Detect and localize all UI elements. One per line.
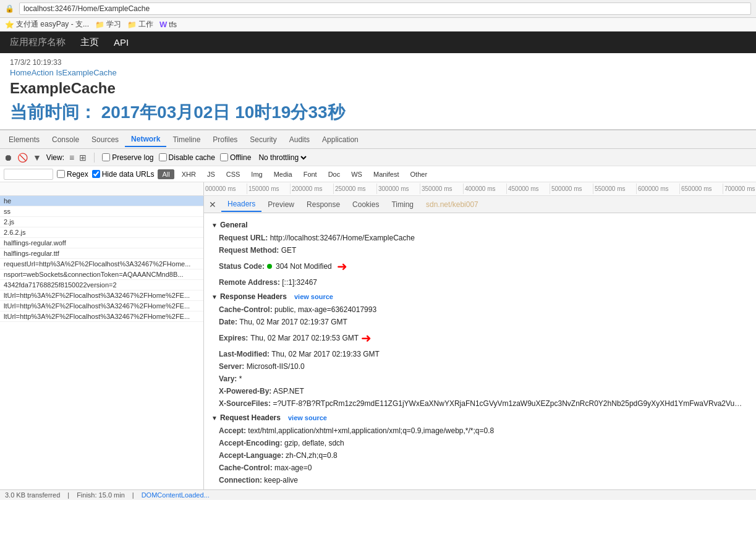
tab-security[interactable]: Security <box>244 133 282 146</box>
media-filter-btn[interactable]: Media <box>270 169 296 179</box>
request-item-ss[interactable]: ss <box>0 206 203 217</box>
page-heading: ExampleCache <box>10 80 746 97</box>
tab-timeline[interactable]: Timeline <box>166 133 206 146</box>
tab-console[interactable]: Console <box>46 133 85 146</box>
rh-x-sourcefiles: X-SourceFiles: =?UTF-8?B?RTpcRm1zc29mdE1… <box>211 397 743 410</box>
bookmark-easypay[interactable]: ⭐ 支付通 easyPay - 支... <box>5 19 89 30</box>
font-filter-btn[interactable]: Font <box>300 169 321 179</box>
tree-view-icon[interactable]: ⊞ <box>79 153 87 163</box>
nav-api[interactable]: API <box>114 37 129 48</box>
bookmark-tfs[interactable]: W tfs <box>159 20 177 29</box>
request-item-req2[interactable]: nsport=webSockets&connectionToken=AQAAAN… <box>0 269 203 280</box>
ruler-mark-0: 000000 ms <box>204 184 247 194</box>
regex-input[interactable] <box>57 170 65 178</box>
browser-bar: 🔒 localhost:32467/Home/ExampleCache <box>0 0 756 18</box>
rh-date: Date: Thu, 02 Mar 2017 02:19:37 GMT <box>211 316 749 328</box>
bookmark-folder-icon2: 📁 <box>127 20 137 29</box>
request-method-row: Request Method: GET <box>211 244 749 256</box>
manifest-filter-btn[interactable]: Manifest <box>370 169 403 179</box>
filter-icon[interactable]: ▼ <box>33 153 41 163</box>
request-item-req3[interactable]: 4342fda71768825f8150022version=2 <box>0 280 203 290</box>
detail-tab-preview[interactable]: Preview <box>261 198 300 211</box>
remote-address-val: [::1]:32467 <box>282 278 317 287</box>
network-filter: Regex Hide data URLs All XHR JS CSS Img … <box>0 166 756 182</box>
request-item-req6[interactable]: ltUrl=http%3A%2F%2Flocalhost%3A32467%2FH… <box>0 311 203 322</box>
status-code-val: 304 Not Modified <box>276 261 332 272</box>
request-item-2js[interactable]: 2.js <box>0 217 203 227</box>
page-date: 17/3/2 10:19:33 <box>10 58 746 67</box>
tab-application[interactable]: Application <box>316 133 365 146</box>
request-item-req4[interactable]: ltUrl=http%3A%2F%2Flocalhost%3A32467%2FH… <box>0 290 203 301</box>
tab-sources[interactable]: Sources <box>85 133 125 146</box>
response-view-source[interactable]: view source <box>294 293 333 300</box>
list-view-icon[interactable]: ≡ <box>69 153 74 163</box>
devtools-tabbar: Elements Console Sources Network Timelin… <box>0 130 756 149</box>
record-icon[interactable]: ⏺ <box>4 153 12 163</box>
detail-tab-timing[interactable]: Timing <box>385 198 420 211</box>
status-sep1: | <box>67 491 69 499</box>
bookmark-study[interactable]: 📁 学习 <box>95 19 121 30</box>
bookmark-icon: ⭐ <box>5 20 14 29</box>
bookmark-work[interactable]: 📁 工作 <box>127 19 153 30</box>
ws-filter-btn[interactable]: WS <box>347 169 366 179</box>
request-item-262js[interactable]: 2.6.2.js <box>0 227 203 238</box>
disable-cache-input[interactable] <box>159 153 167 161</box>
breadcrumb: HomeAction IsExampleCache <box>10 68 746 77</box>
preserve-log-checkbox[interactable]: Preserve log <box>102 153 153 162</box>
clear-icon[interactable]: 🚫 <box>17 153 28 163</box>
detail-tab-cookies[interactable]: Cookies <box>346 198 385 211</box>
request-url-key: Request URL: <box>219 234 268 242</box>
tab-network[interactable]: Network <box>125 132 166 147</box>
doc-filter-btn[interactable]: Doc <box>325 169 344 179</box>
request-view-source[interactable]: view source <box>288 414 327 421</box>
hide-data-urls-label: Hide data URLs <box>102 170 155 179</box>
rh-server: Server: Microsoft-IIS/10.0 <box>211 360 749 373</box>
url-bar[interactable]: localhost:32467/Home/ExampleCache <box>19 2 751 15</box>
detail-tab-headers[interactable]: Headers <box>221 197 261 212</box>
tab-profiles[interactable]: Profiles <box>206 133 244 146</box>
request-item-woff[interactable]: halflings-regular.woff <box>0 238 203 248</box>
hide-data-urls-input[interactable] <box>92 170 100 178</box>
general-section-header: ▼ General <box>211 221 749 229</box>
all-filter-btn[interactable]: All <box>158 169 174 179</box>
watermark: sdn.net/kebi007 <box>426 200 478 209</box>
regex-checkbox[interactable]: Regex <box>57 170 88 179</box>
request-item-he[interactable]: he <box>0 196 203 206</box>
disable-cache-checkbox[interactable]: Disable cache <box>159 153 215 162</box>
rh-vary: Vary: * <box>211 373 749 385</box>
preserve-log-input[interactable] <box>102 153 110 161</box>
request-item-req1[interactable]: requestUrl=http%3A%2F%2Flocalhost%3A3246… <box>0 259 203 269</box>
breadcrumb-home[interactable]: HomeAction <box>10 68 54 77</box>
breadcrumb-action[interactable]: IsExampleCache <box>56 68 116 77</box>
general-label: General <box>220 221 248 229</box>
throttling-select[interactable]: No throttling <box>256 153 308 163</box>
hide-data-urls-checkbox[interactable]: Hide data URLs <box>92 170 155 179</box>
request-item-req5[interactable]: ltUrl=http%3A%2F%2Flocalhost%3A32467%2FH… <box>0 301 203 311</box>
status-domcontentloaded[interactable]: DOMContentLoaded... <box>142 491 210 499</box>
request-item-ttf[interactable]: halflings-regular.ttf <box>0 248 203 259</box>
view-label: View: <box>46 153 64 162</box>
js-filter-btn[interactable]: JS <box>203 169 219 179</box>
nav-home[interactable]: 主页 <box>80 36 99 48</box>
ruler-mark-5: 350000 ms <box>420 184 464 194</box>
tab-elements[interactable]: Elements <box>2 133 46 146</box>
request-url-row: Request URL: http://localhost:32467/Home… <box>211 232 749 244</box>
ruler-mark-6: 400000 ms <box>464 184 507 194</box>
filter-input[interactable] <box>4 169 53 180</box>
offline-checkbox[interactable]: Offline <box>220 153 251 162</box>
detail-close-btn[interactable]: ✕ <box>204 200 221 209</box>
css-filter-btn[interactable]: CSS <box>223 169 244 179</box>
other-filter-btn[interactable]: Other <box>407 169 431 179</box>
status-code-key: Status Code: <box>219 261 265 272</box>
offline-input[interactable] <box>220 153 228 161</box>
detail-tab-response[interactable]: Response <box>300 198 346 211</box>
tab-audits[interactable]: Audits <box>283 133 316 146</box>
response-headers-triangle: ▼ <box>211 294 218 300</box>
offline-label: Offline <box>230 153 251 162</box>
xhr-filter-btn[interactable]: XHR <box>178 169 200 179</box>
ruler-right: 000000 ms 150000 ms 200000 ms 250000 ms … <box>204 184 756 194</box>
rh-expires: Expires: Thu, 02 Mar 2017 02:19:53 GMT ➜ <box>211 328 749 348</box>
tfs-icon: W <box>159 20 167 29</box>
ruler-mark-7: 450000 ms <box>507 184 550 194</box>
img-filter-btn[interactable]: Img <box>247 169 266 179</box>
